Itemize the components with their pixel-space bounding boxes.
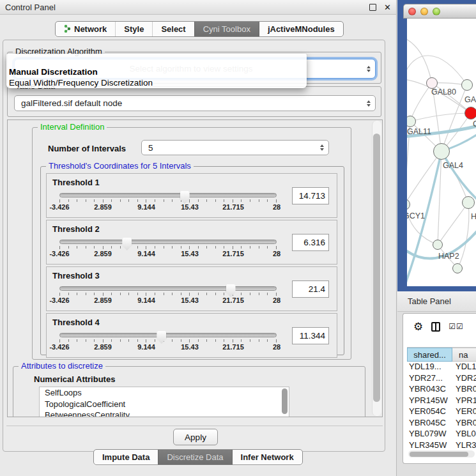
number-of-intervals-spinner[interactable]: 5 [141, 140, 329, 155]
network-canvas[interactable]: GAL80GACGAL11GAL4GCY1HHAP2 [407, 19, 476, 286]
slider-track[interactable] [59, 333, 277, 337]
cell-name[interactable]: YPR1 [452, 395, 476, 407]
cell-name[interactable]: YDR2 [452, 373, 476, 385]
combobox-arrows-icon [367, 100, 371, 107]
table-data-combobox-value: galFiltered.sif default node [21, 98, 361, 108]
close-traffic-light-icon[interactable] [408, 8, 416, 15]
checkbox-icons[interactable]: ☑☑ [449, 323, 464, 330]
cell-name[interactable]: YLR3 [452, 440, 476, 452]
tab-network[interactable]: Network [56, 22, 115, 36]
cell-shared-name[interactable]: YDL19... [407, 362, 452, 373]
table-data-group: Table Data galFiltered.sif default node [7, 86, 381, 117]
attributes-group: Attributes to discretize Numerical Attri… [13, 366, 365, 417]
slider-ticks [59, 199, 277, 203]
cell-shared-name[interactable]: YPR145W [407, 395, 452, 407]
threshold-value-field[interactable]: 11.344 [292, 327, 329, 344]
control-panel-window: Control Panel ✕ NetworkStyleSelectCyni T… [0, 0, 397, 476]
bottom-tab-impute-data[interactable]: Impute Data [94, 450, 158, 464]
cell-name[interactable]: YBR0 [452, 384, 476, 395]
popup-option-manual-discretization[interactable]: Manual Discretization [9, 67, 98, 77]
cell-shared-name[interactable]: YBR043C [407, 384, 452, 395]
network-node-hap2[interactable] [433, 240, 443, 250]
attribute-list-item[interactable]: TopologicalCoefficient [40, 399, 289, 410]
tab-label: jActiveMNodules [268, 24, 335, 34]
close-icon[interactable]: ✕ [384, 3, 391, 12]
tab-style[interactable]: Style [115, 22, 152, 36]
settings-gear-icon[interactable]: ⚙ [413, 321, 423, 332]
threshold-slider[interactable]: -3.4262.8599.14415.4321.71528 [59, 193, 277, 211]
table-row[interactable]: YPR145WYPR1 [407, 395, 476, 407]
popup-option-equal-width-frequency-discretization[interactable]: Equal Width/Frequency Discretization [9, 78, 153, 88]
node-label: H [471, 212, 476, 221]
window-title: Control Panel [5, 3, 369, 12]
threshold-value-field[interactable]: 6.316 [292, 234, 329, 251]
table-row[interactable]: YDR27...YDR2 [407, 373, 476, 385]
threshold-value-field[interactable]: 21.4 [292, 280, 329, 298]
network-node-c[interactable] [464, 107, 476, 119]
scrollbar-track[interactable] [372, 121, 381, 416]
node-label: GAL11 [407, 127, 431, 136]
divider [6, 426, 383, 426]
apply-button[interactable]: Apply [173, 429, 218, 445]
slider-track[interactable] [59, 240, 277, 244]
slider-track[interactable] [59, 286, 277, 291]
network-node-gal4[interactable] [433, 143, 450, 160]
scrollbar-thumb[interactable] [373, 134, 380, 402]
interval-definition-group: Interval Definition Number of Intervals … [32, 127, 351, 360]
table-data-combobox[interactable]: galFiltered.sif default node [14, 95, 376, 111]
table-row[interactable]: YBL079WYBL0 [407, 429, 476, 440]
horizontal-scrollbar[interactable] [408, 450, 475, 457]
network-node[interactable] [452, 263, 463, 273]
zoom-traffic-light-icon[interactable] [433, 8, 440, 15]
tab-select[interactable]: Select [152, 22, 194, 36]
cell-shared-name[interactable]: YDR27... [407, 373, 452, 385]
bottom-tab-discretize-data[interactable]: Discretize Data [158, 450, 231, 464]
tab-cyni-toolbox[interactable]: Cyni Toolbox [194, 22, 259, 36]
slider-axis-labels: -3.4262.8599.14415.4321.71528 [59, 250, 277, 257]
threshold-value-field[interactable]: 14.713 [292, 187, 329, 204]
node-label: C [473, 119, 476, 128]
float-window-icon[interactable] [369, 4, 376, 11]
attribute-list-item[interactable]: BetweennessCentrality [40, 410, 289, 417]
split-columns-icon[interactable] [431, 322, 440, 332]
combobox-arrows-icon [367, 66, 371, 72]
attribute-list-item[interactable]: SelfLoops [40, 387, 289, 399]
network-node-ga[interactable] [461, 79, 473, 91]
interval-definition-title: Interval Definition [38, 123, 107, 132]
tab-label: Select [161, 24, 185, 34]
minimize-traffic-light-icon[interactable] [420, 8, 428, 15]
table-row[interactable]: YBR043CYBR0 [407, 384, 476, 395]
list-scrollbar[interactable] [282, 388, 288, 414]
column-header-name[interactable]: na [452, 348, 476, 362]
apply-button-label: Apply [185, 433, 206, 442]
table-row[interactable]: YER054CYER0 [407, 406, 476, 418]
threshold-slider[interactable]: -3.4262.8599.14415.4321.71528 [59, 333, 277, 351]
tab-jactivemnodules[interactable]: jActiveMNodules [259, 22, 343, 36]
cell-shared-name[interactable]: YBL079W [407, 429, 452, 440]
horizontal-scrollbar-thumb[interactable] [410, 452, 468, 457]
cell-name[interactable]: YBL0 [452, 429, 476, 440]
node-label: GAL80 [431, 88, 456, 96]
threshold-slider[interactable]: -3.4262.8599.14415.4321.71528 [59, 240, 277, 257]
slider-track[interactable] [59, 193, 277, 197]
node-label: GCY1 [407, 211, 425, 220]
cell-shared-name[interactable]: YLR345W [407, 440, 452, 452]
number-of-intervals-value: 5 [148, 143, 314, 153]
threshold-slider[interactable]: -3.4262.8599.14415.4321.71528 [59, 286, 277, 304]
top-tab-bar: NetworkStyleSelectCyni ToolboxjActiveMNo… [55, 21, 344, 37]
threshold-panel: Threshold 1-3.4262.8599.14415.4321.71528… [46, 173, 337, 218]
bottom-tab-infer-network[interactable]: Infer Network [232, 450, 302, 464]
cell-name[interactable]: YBR0 [452, 418, 476, 429]
table-row[interactable]: YDL19...YDL1 [407, 362, 476, 373]
cell-name[interactable]: YER0 [452, 406, 476, 418]
node-table: shared... na YDL19...YDL1YDR27...YDR2YBR… [407, 347, 476, 453]
cell-name[interactable]: YDL1 [452, 362, 476, 373]
column-header-shared-name[interactable]: shared... [407, 348, 452, 362]
numerical-attributes-list[interactable]: SelfLoopsTopologicalCoefficientBetweenne… [39, 387, 289, 417]
network-node-h[interactable] [462, 196, 475, 209]
cell-shared-name[interactable]: YBR045C [407, 418, 452, 429]
table-row[interactable]: YBR045CYBR0 [407, 418, 476, 429]
bottom-tab-label: Infer Network [241, 452, 294, 462]
cell-shared-name[interactable]: YER054C [407, 406, 452, 418]
table-row[interactable]: YLR345WYLR3 [407, 440, 476, 452]
